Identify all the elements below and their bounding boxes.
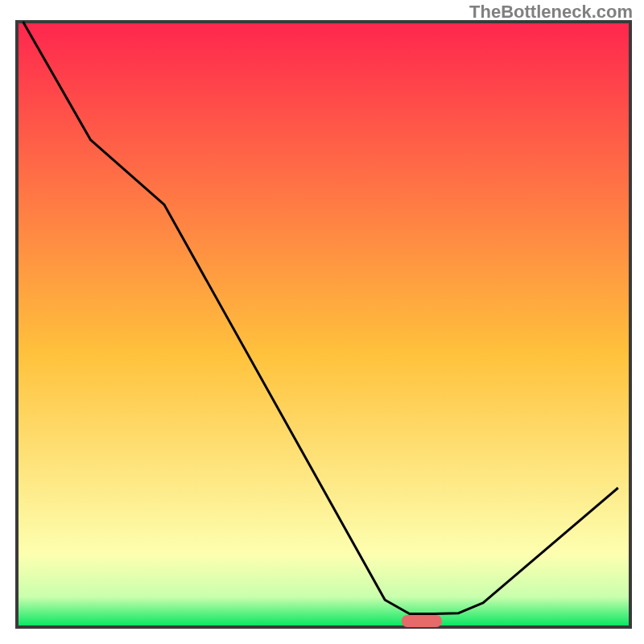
attribution-text: TheBottleneck.com	[469, 2, 633, 23]
optimum-marker	[402, 615, 442, 627]
bottleneck-curve-chart	[0, 0, 644, 644]
plot-background	[17, 22, 630, 627]
